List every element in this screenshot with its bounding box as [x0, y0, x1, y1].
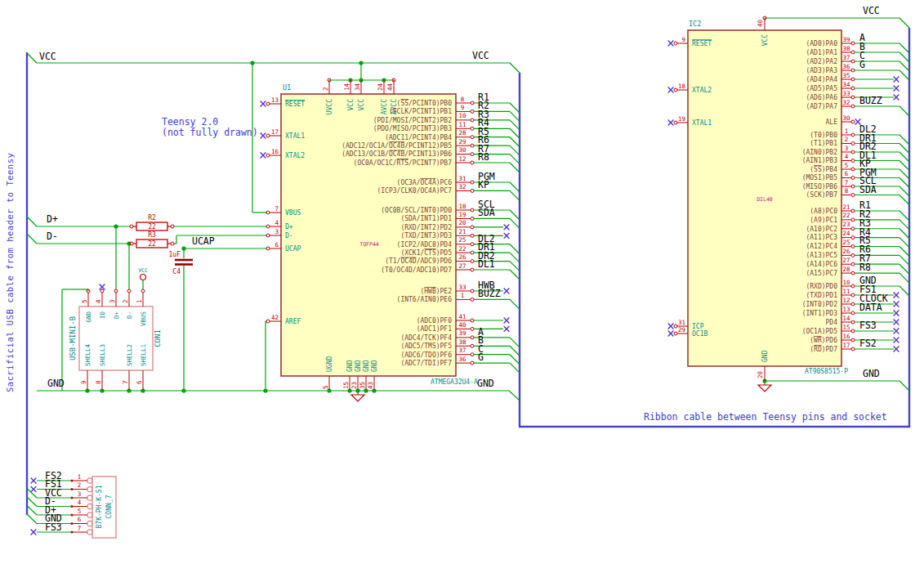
pin-name: (ADC7/TDI)PF7 — [400, 360, 452, 367]
pin-name: (INT6/AIN0)PE6 — [397, 296, 453, 303]
pin-name: (SDA/INT1)PD1 — [400, 215, 452, 222]
pin-number: 11 — [842, 288, 850, 295]
pin-name: (SCK)PB7 — [806, 191, 837, 199]
pin-number: 34 — [354, 83, 361, 91]
net-label-r8[interactable]: R8 — [478, 151, 489, 163]
net-label-d+[interactable]: D+ — [47, 213, 58, 225]
pin-number: 40 — [458, 321, 466, 329]
wire — [27, 234, 37, 244]
pin-number: 21 — [842, 204, 850, 211]
pin-number: 31 — [458, 175, 466, 182]
gnd-symbol — [351, 395, 364, 401]
note-sacrificial-cable[interactable]: Sacrificial USB cable from header to Tee… — [5, 154, 15, 392]
junction-dot — [263, 388, 267, 392]
net-label-vcc[interactable]: VCC — [863, 5, 880, 16]
net-label-gnd[interactable]: GND — [863, 368, 880, 379]
pin-name: D- — [285, 232, 293, 239]
pin-name: (TXD)PD1 — [806, 292, 837, 299]
pin-end-circle — [851, 194, 855, 197]
pin-end-circle — [674, 325, 677, 328]
junction-dot — [359, 60, 363, 65]
net-label-kp[interactable]: KP — [478, 179, 489, 190]
net-label-gnd[interactable]: GND — [477, 378, 494, 389]
pin-number: 13 — [842, 306, 850, 313]
pin-number: 10 — [458, 112, 466, 119]
pin-number: 38 — [458, 338, 466, 346]
pin-number: 7 — [78, 525, 82, 532]
net-label-sda[interactable]: SDA — [859, 184, 877, 195]
net-label-fs3[interactable]: FS3 — [45, 521, 62, 533]
wire — [899, 211, 909, 221]
pin-name: (ADC12/OC1A/OC4B/PCINT12)PB5 — [341, 142, 452, 150]
net-label-dl1[interactable]: DL1 — [478, 258, 495, 270]
wire — [899, 178, 909, 188]
pin-end-circle — [100, 289, 104, 293]
pin-number: 5 — [81, 299, 88, 303]
pin-number: 5 — [845, 162, 849, 169]
pin-end-circle — [471, 251, 474, 254]
pin-end-circle — [471, 353, 474, 356]
pin-name: GND — [371, 360, 378, 372]
pin-number: 5 — [78, 508, 82, 515]
pin-end-circle — [471, 101, 474, 105]
pin-number: 36 — [458, 356, 466, 363]
net-label-d-[interactable]: D- — [47, 231, 58, 242]
net-label-g[interactable]: G — [859, 59, 865, 70]
pin-end-circle — [674, 332, 677, 335]
pin-number: 32 — [842, 99, 850, 106]
net-label-sda[interactable]: SDA — [478, 207, 495, 218]
wire — [899, 135, 909, 145]
usb-connector[interactable]: USB-MINI-BCON15GND4ID3D+2D-1VBUS9SHELL48… — [69, 267, 162, 390]
net-label-gnd[interactable]: GND — [47, 378, 65, 389]
u1-component[interactable]: U1TQFP44ATMEGA32U4-A2UVCC14VCC34VCC24AVC… — [261, 78, 478, 390]
wire — [510, 218, 520, 228]
pin-name: (ICP2/ADC8)PD4 — [397, 241, 453, 248]
pin-end-circle — [141, 289, 145, 293]
pin-name: (AD1)PA1 — [806, 49, 837, 56]
pin-end-circle — [171, 225, 174, 228]
pin-name: SHELL2 — [126, 344, 133, 366]
pin-name: (ADC5/TMS)PF5 — [400, 342, 452, 350]
ic2-ref: IC2 — [689, 20, 701, 28]
pin-end-circle — [851, 347, 855, 351]
net-label-fs3[interactable]: FS3 — [859, 320, 877, 331]
net-label-r8[interactable]: R8 — [859, 262, 871, 273]
pin-end-circle — [471, 344, 474, 347]
net-label-fs2[interactable]: FS2 — [859, 338, 877, 349]
wire — [509, 391, 520, 401]
net-label-vcc[interactable]: VCC — [39, 51, 56, 62]
pin-name: (AD4)PA4 — [806, 76, 837, 83]
conn7-connector[interactable]: B7K-PH-K-S1CONN_71234567 — [71, 473, 117, 539]
net-label-g[interactable]: G — [478, 351, 484, 363]
pin-name: (T0/OC4D/ADC10)PD7 — [381, 266, 452, 274]
pin-name: ICP — [692, 323, 704, 330]
pin-end-circle — [171, 242, 174, 245]
pin-end-circle — [851, 42, 855, 45]
conn7-pad — [87, 530, 92, 535]
vcc-power-label: VCC — [138, 267, 148, 274]
wire — [899, 152, 909, 162]
note-ribbon[interactable]: Ribbon cable between Teensy pins and soc… — [644, 411, 887, 423]
pin-number: 18 — [458, 203, 466, 210]
net-label-ucap[interactable]: UCAP — [192, 235, 215, 247]
net-label-vcc[interactable]: VCC — [472, 50, 489, 61]
pin-end-circle — [851, 311, 855, 315]
pin-number: 23 — [350, 382, 358, 389]
wire — [510, 355, 520, 365]
pin-end-circle — [471, 217, 474, 220]
conn7-pad — [87, 513, 92, 517]
pin-name: VCC — [358, 99, 365, 111]
wire — [899, 144, 909, 154]
pin-name: (AIN1)PB3 — [802, 157, 838, 164]
pin-number: 24 — [377, 83, 384, 91]
pin-end — [71, 488, 74, 490]
net-label-buzz[interactable]: BUZZ — [478, 288, 501, 299]
pin-end-circle — [471, 136, 474, 139]
note-teensy[interactable]: Teensy 2.0 (not fully drawn) — [162, 117, 258, 138]
net-label-data[interactable]: DATA — [859, 302, 882, 313]
ic2-component[interactable]: IC2DIL40AT90S8515-P40VCC20GND9RESET18XTA… — [668, 16, 855, 381]
net-label-buzz[interactable]: BUZZ — [859, 95, 882, 106]
pin-end-circle — [471, 189, 474, 192]
wire — [510, 182, 520, 192]
pin-end-circle — [851, 244, 855, 248]
